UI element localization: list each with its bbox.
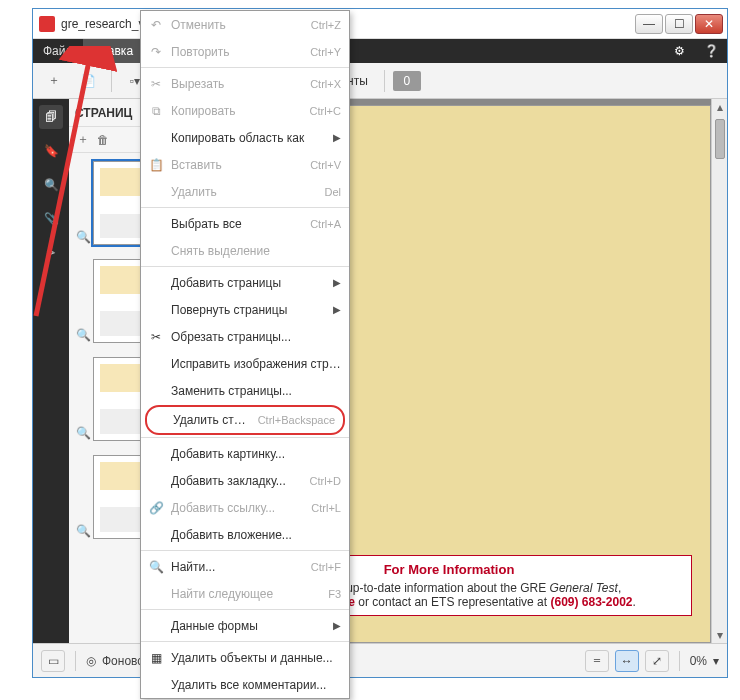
menu-item[interactable]: Выбрать всеCtrl+A [141,210,349,237]
menu-item: 📋ВставитьCtrl+V [141,151,349,178]
open-button[interactable]: 📄 [73,67,103,95]
menu-item-label: Обрезать страницы... [171,330,341,344]
menu-edit[interactable]: Правка [83,39,144,63]
menu-item-label: Добавить страницы [171,276,327,290]
settings-gear-icon[interactable]: ⚙ [663,39,695,63]
menu-item-shortcut: Ctrl+D [310,475,341,487]
menu-item[interactable]: ▦Удалить объекты и данные... [141,644,349,671]
menu-item[interactable]: Заменить страницы... [141,377,349,404]
menu-item: 🔗Добавить ссылку...Ctrl+L [141,494,349,521]
menu-item[interactable]: Добавить вложение... [141,521,349,548]
side-icon-strip: 🗐 🔖 🔍 📎 ✒ [33,99,69,643]
chevron-down-icon: ▾ [713,654,719,668]
fit-width-icon[interactable]: ↔ [615,650,639,672]
thumb-zoom-icon[interactable]: 🔍 [75,523,91,539]
search-tab-icon[interactable]: 🔍 [39,173,63,197]
status-bar: ▭ ◎ Фоновое расп... ＝ ↔ ⤢ 0% ▾ [33,643,727,677]
menu-file[interactable]: Файл [33,39,83,63]
menu-item-label: Вырезать [171,77,300,91]
menu-item-shortcut: Del [324,186,341,198]
menu-item-label: Удалить все комментарии... [171,678,341,692]
help-icon[interactable]: ❔ [695,39,727,63]
menu-item-shortcut: F3 [328,588,341,600]
maximize-button[interactable]: ☐ [665,14,693,34]
thumb-zoom-icon[interactable]: 🔍 [75,229,91,245]
menu-item[interactable]: Добавить закладку...Ctrl+D [141,467,349,494]
submenu-arrow-icon: ▶ [333,132,341,143]
signatures-tab-icon[interactable]: ✒ [39,241,63,265]
menu-item-shortcut: Ctrl+Y [310,46,341,58]
menu-item: УдалитьDel [141,178,349,205]
menu-item-shortcut: Ctrl+C [310,105,341,117]
menu-item[interactable]: ✂Обрезать страницы... [141,323,349,350]
new-button[interactable]: ＋ [39,67,69,95]
menu-item-label: Копировать [171,104,300,118]
menu-item-label: Данные формы [171,619,327,633]
menu-item-shortcut: Ctrl+Z [311,19,341,31]
menu-item[interactable]: Удалить страницы...Ctrl+Backspace [145,405,345,435]
attachments-tab-icon[interactable]: 📎 [39,207,63,231]
thumb-zoom-icon[interactable]: 🔍 [75,425,91,441]
pages-tab-icon[interactable]: 🗐 [39,105,63,129]
menu-item: Снять выделение [141,237,349,264]
menu-item-icon: 🔗 [147,501,165,515]
window-buttons: — ☐ ✕ [635,14,723,34]
menu-item-label: Повторить [171,45,300,59]
app-window: gre_research_va — ☐ ✕ Файл Правка ⚙ ❔ ＋ … [32,8,728,678]
menu-item-icon: 📋 [147,158,165,172]
comments-button[interactable]: 0 [393,71,421,91]
minimize-button[interactable]: — [635,14,663,34]
toolbar: ＋ 📄 ▫▾ ⟳▾ ✂ ✦ ✖ Инструменты 0 [33,63,727,99]
thumb-zoom-icon[interactable]: 🔍 [75,327,91,343]
menu-item: ⧉КопироватьCtrl+C [141,97,349,124]
menu-item-icon: ✂ [147,330,165,344]
layout-single-icon[interactable]: ▭ [41,650,65,672]
menu-item-icon: ↷ [147,45,165,59]
vertical-scrollbar[interactable]: ▴ ▾ [711,99,727,643]
fit-page-icon[interactable]: ⤢ [645,650,669,672]
fit-height-icon[interactable]: ＝ [585,650,609,672]
menu-item-label: Копировать область как [171,131,327,145]
menu-item-label: Повернуть страницы [171,303,327,317]
menu-item: Найти следующееF3 [141,580,349,607]
delete-page-icon[interactable]: 🗑 [97,133,109,147]
menu-item[interactable]: Добавить картинку... [141,440,349,467]
menu-item[interactable]: 🔍Найти...Ctrl+F [141,553,349,580]
menu-item[interactable]: Удалить все комментарии... [141,671,349,698]
menu-item[interactable]: Повернуть страницы▶ [141,296,349,323]
body-row: 🗐 🔖 🔍 📎 ✒ СТРАНИЦ ＋ 🗑 🔍 🔍 🔍 🔍 For Mor [33,99,727,643]
add-page-icon[interactable]: ＋ [77,131,89,148]
submenu-arrow-icon: ▶ [333,277,341,288]
menu-item: ↶ОтменитьCtrl+Z [141,11,349,38]
menu-item-label: Выбрать все [171,217,300,231]
menu-item-shortcut: Ctrl+F [311,561,341,573]
menu-item-shortcut: Ctrl+L [311,502,341,514]
menu-item-shortcut: Ctrl+Backspace [258,414,335,426]
scroll-up-icon[interactable]: ▴ [712,99,727,115]
menu-item[interactable]: Копировать область как▶ [141,124,349,151]
menu-item-shortcut: Ctrl+V [310,159,341,171]
title-bar: gre_research_va — ☐ ✕ [33,9,727,39]
menu-item-icon: ▦ [147,651,165,665]
zoom-value: 0% [690,654,707,668]
menu-item-label: Добавить ссылку... [171,501,301,515]
menu-item-label: Добавить картинку... [171,447,341,461]
zoom-control[interactable]: 0% ▾ [690,654,719,668]
app-icon [39,16,55,32]
menu-item-label: Найти следующее [171,587,318,601]
bg-mode-icon: ◎ [86,654,96,668]
menu-item[interactable]: Исправить изображения страниц... [141,350,349,377]
bookmarks-tab-icon[interactable]: 🔖 [39,139,63,163]
close-button[interactable]: ✕ [695,14,723,34]
menu-item-shortcut: Ctrl+A [310,218,341,230]
menu-item-icon: ✂ [147,77,165,91]
menu-item[interactable]: Добавить страницы▶ [141,269,349,296]
menu-item-icon: ↶ [147,18,165,32]
scroll-thumb[interactable] [715,119,725,159]
menu-item[interactable]: Данные формы▶ [141,612,349,639]
submenu-arrow-icon: ▶ [333,620,341,631]
scroll-down-icon[interactable]: ▾ [712,627,727,643]
edit-menu-dropdown: ↶ОтменитьCtrl+Z↷ПовторитьCtrl+Y✂Вырезать… [140,10,350,699]
menu-item-icon: 🔍 [147,560,165,574]
menu-item-label: Найти... [171,560,301,574]
